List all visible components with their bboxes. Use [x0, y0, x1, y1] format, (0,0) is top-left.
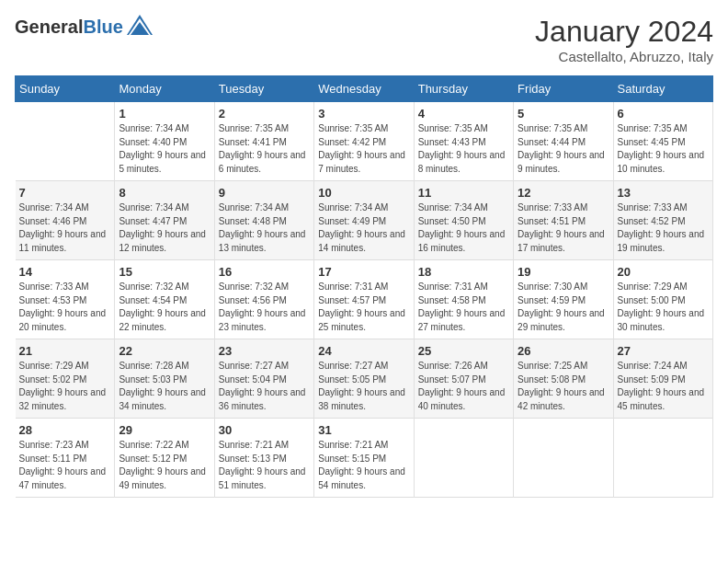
calendar-cell: 14Sunrise: 7:33 AMSunset: 4:53 PMDayligh…: [16, 260, 115, 339]
day-header-wednesday: Wednesday: [314, 76, 414, 102]
calendar-cell: 24Sunrise: 7:27 AMSunset: 5:05 PMDayligh…: [314, 339, 414, 419]
day-detail: Sunrise: 7:33 AMSunset: 4:53 PMDaylight:…: [19, 281, 111, 334]
day-number: 5: [518, 107, 609, 121]
header-row: SundayMondayTuesdayWednesdayThursdayFrid…: [16, 76, 713, 102]
day-number: 17: [318, 265, 409, 279]
day-detail: Sunrise: 7:26 AMSunset: 5:07 PMDaylight:…: [418, 360, 509, 413]
day-detail: Sunrise: 7:23 AMSunset: 5:11 PMDaylight:…: [19, 439, 111, 492]
day-number: 13: [618, 186, 709, 200]
calendar-cell: [414, 419, 513, 498]
day-number: 15: [119, 265, 210, 279]
day-detail: Sunrise: 7:35 AMSunset: 4:43 PMDaylight:…: [418, 122, 509, 176]
day-header-tuesday: Tuesday: [214, 76, 313, 102]
calendar-cell: 31Sunrise: 7:21 AMSunset: 5:15 PMDayligh…: [314, 419, 414, 498]
day-number: 28: [19, 423, 111, 437]
week-row-1: 1Sunrise: 7:34 AMSunset: 4:40 PMDaylight…: [16, 102, 713, 181]
day-detail: Sunrise: 7:34 AMSunset: 4:48 PMDaylight:…: [219, 201, 310, 255]
day-number: 23: [219, 344, 310, 358]
day-number: 26: [518, 344, 609, 358]
calendar-cell: 2Sunrise: 7:35 AMSunset: 4:41 PMDaylight…: [214, 102, 313, 181]
calendar-cell: 9Sunrise: 7:34 AMSunset: 4:48 PMDaylight…: [214, 181, 313, 260]
calendar-cell: 10Sunrise: 7:34 AMSunset: 4:49 PMDayligh…: [314, 181, 414, 260]
calendar-cell: [613, 419, 712, 498]
day-detail: Sunrise: 7:27 AMSunset: 5:05 PMDaylight:…: [318, 360, 409, 413]
day-number: 22: [119, 344, 210, 358]
calendar-cell: 1Sunrise: 7:34 AMSunset: 4:40 PMDaylight…: [115, 102, 214, 181]
day-number: 16: [219, 265, 310, 279]
day-detail: Sunrise: 7:34 AMSunset: 4:46 PMDaylight:…: [19, 201, 111, 255]
calendar-cell: 29Sunrise: 7:22 AMSunset: 5:12 PMDayligh…: [115, 419, 214, 498]
day-header-thursday: Thursday: [414, 76, 513, 102]
calendar-cell: 13Sunrise: 7:33 AMSunset: 4:52 PMDayligh…: [613, 181, 712, 260]
day-detail: Sunrise: 7:29 AMSunset: 5:02 PMDaylight:…: [19, 360, 111, 413]
month-year-title: January 2024: [535, 15, 713, 49]
logo-blue: Blue: [83, 17, 122, 37]
day-number: 2: [219, 107, 310, 121]
day-number: 7: [19, 186, 111, 200]
day-number: 20: [618, 265, 709, 279]
calendar-table: SundayMondayTuesdayWednesdayThursdayFrid…: [15, 75, 713, 498]
calendar-cell: 21Sunrise: 7:29 AMSunset: 5:02 PMDayligh…: [16, 339, 115, 419]
calendar-cell: [514, 419, 613, 498]
calendar-cell: 30Sunrise: 7:21 AMSunset: 5:13 PMDayligh…: [214, 419, 313, 498]
week-row-4: 21Sunrise: 7:29 AMSunset: 5:02 PMDayligh…: [16, 339, 713, 419]
title-block: January 2024 Castellalto, Abruzzo, Italy: [535, 15, 713, 64]
week-row-2: 7Sunrise: 7:34 AMSunset: 4:46 PMDaylight…: [16, 181, 713, 260]
calendar-cell: 4Sunrise: 7:35 AMSunset: 4:43 PMDaylight…: [414, 102, 513, 181]
day-number: 27: [618, 344, 709, 358]
calendar-cell: 7Sunrise: 7:34 AMSunset: 4:46 PMDaylight…: [16, 181, 115, 260]
calendar-cell: [16, 102, 115, 181]
day-header-friday: Friday: [514, 76, 613, 102]
day-number: 21: [19, 344, 111, 358]
day-number: 14: [19, 265, 111, 279]
day-number: 6: [618, 107, 709, 121]
day-header-saturday: Saturday: [613, 76, 712, 102]
day-number: 24: [318, 344, 409, 358]
calendar-cell: 19Sunrise: 7:30 AMSunset: 4:59 PMDayligh…: [514, 260, 613, 339]
day-detail: Sunrise: 7:34 AMSunset: 4:50 PMDaylight:…: [418, 201, 509, 255]
calendar-cell: 5Sunrise: 7:35 AMSunset: 4:44 PMDaylight…: [514, 102, 613, 181]
week-row-3: 14Sunrise: 7:33 AMSunset: 4:53 PMDayligh…: [16, 260, 713, 339]
day-number: 1: [119, 107, 210, 121]
logo-text: GeneralBlue: [15, 17, 123, 38]
day-number: 30: [219, 423, 310, 437]
day-detail: Sunrise: 7:21 AMSunset: 5:15 PMDaylight:…: [318, 439, 409, 492]
day-number: 3: [318, 107, 409, 121]
calendar-cell: 12Sunrise: 7:33 AMSunset: 4:51 PMDayligh…: [514, 181, 613, 260]
day-detail: Sunrise: 7:24 AMSunset: 5:09 PMDaylight:…: [618, 360, 709, 413]
calendar-cell: 16Sunrise: 7:32 AMSunset: 4:56 PMDayligh…: [214, 260, 313, 339]
calendar-cell: 18Sunrise: 7:31 AMSunset: 4:58 PMDayligh…: [414, 260, 513, 339]
day-detail: Sunrise: 7:34 AMSunset: 4:40 PMDaylight:…: [119, 122, 210, 176]
day-header-monday: Monday: [115, 76, 214, 102]
day-number: 11: [418, 186, 509, 200]
day-detail: Sunrise: 7:32 AMSunset: 4:56 PMDaylight:…: [219, 281, 310, 334]
day-detail: Sunrise: 7:35 AMSunset: 4:41 PMDaylight:…: [219, 122, 310, 176]
calendar-cell: 22Sunrise: 7:28 AMSunset: 5:03 PMDayligh…: [115, 339, 214, 419]
day-number: 31: [318, 423, 409, 437]
day-detail: Sunrise: 7:34 AMSunset: 4:49 PMDaylight:…: [318, 201, 409, 255]
day-detail: Sunrise: 7:30 AMSunset: 4:59 PMDaylight:…: [518, 281, 609, 334]
day-detail: Sunrise: 7:27 AMSunset: 5:04 PMDaylight:…: [219, 360, 310, 413]
calendar-cell: 17Sunrise: 7:31 AMSunset: 4:57 PMDayligh…: [314, 260, 414, 339]
day-number: 9: [219, 186, 310, 200]
logo: GeneralBlue: [15, 15, 153, 39]
day-number: 4: [418, 107, 509, 121]
logo-general: General: [15, 17, 83, 37]
day-header-sunday: Sunday: [16, 76, 115, 102]
day-number: 18: [418, 265, 509, 279]
calendar-cell: 27Sunrise: 7:24 AMSunset: 5:09 PMDayligh…: [613, 339, 712, 419]
calendar-cell: 8Sunrise: 7:34 AMSunset: 4:47 PMDaylight…: [115, 181, 214, 260]
day-detail: Sunrise: 7:21 AMSunset: 5:13 PMDaylight:…: [219, 439, 310, 492]
calendar-cell: 25Sunrise: 7:26 AMSunset: 5:07 PMDayligh…: [414, 339, 513, 419]
day-number: 8: [119, 186, 210, 200]
day-detail: Sunrise: 7:33 AMSunset: 4:52 PMDaylight:…: [618, 201, 709, 255]
logo-icon: [127, 15, 153, 39]
day-number: 19: [518, 265, 609, 279]
calendar-cell: 20Sunrise: 7:29 AMSunset: 5:00 PMDayligh…: [613, 260, 712, 339]
calendar-cell: 3Sunrise: 7:35 AMSunset: 4:42 PMDaylight…: [314, 102, 414, 181]
day-detail: Sunrise: 7:29 AMSunset: 5:00 PMDaylight:…: [618, 281, 709, 334]
calendar-cell: 26Sunrise: 7:25 AMSunset: 5:08 PMDayligh…: [514, 339, 613, 419]
day-detail: Sunrise: 7:25 AMSunset: 5:08 PMDaylight:…: [518, 360, 609, 413]
day-detail: Sunrise: 7:35 AMSunset: 4:42 PMDaylight:…: [318, 122, 409, 176]
day-detail: Sunrise: 7:35 AMSunset: 4:44 PMDaylight:…: [518, 122, 609, 176]
